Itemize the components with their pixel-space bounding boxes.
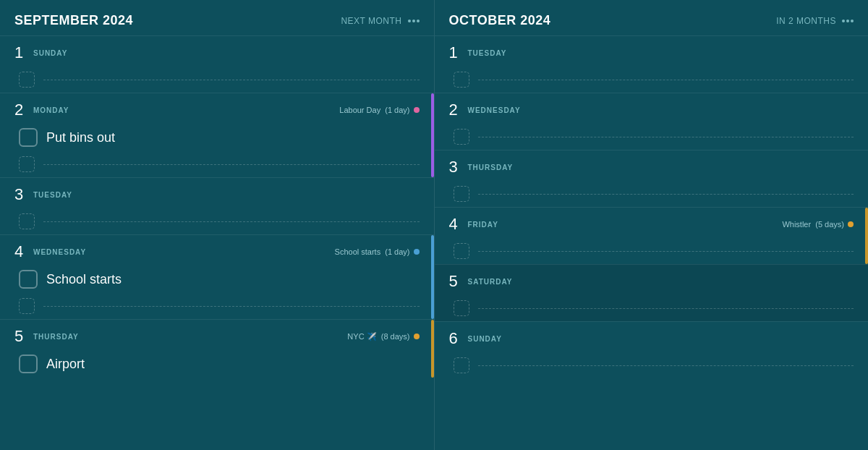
dots-icon [412, 20, 415, 22]
day-header: 3THURSDAY [435, 150, 869, 181]
day-name: THURSDAY [33, 333, 79, 341]
dots-icon [842, 20, 845, 22]
event-label: School starts (1 day) [335, 247, 420, 256]
right-dots-menu[interactable] [842, 20, 854, 22]
right-days-container: 1TUESDAY2WEDNESDAY3THURSDAY4FRIDAYWhistl… [435, 35, 869, 445]
day-number: 3 [449, 158, 464, 177]
task-checkbox-dashed[interactable] [454, 186, 469, 202]
task-row [435, 352, 869, 378]
event-label: Whistler (5 days) [782, 220, 854, 229]
day-header: 3TUESDAY [0, 178, 434, 208]
day-name: WEDNESDAY [468, 106, 521, 114]
day-block: 1SUNDAY [0, 35, 434, 93]
task-checkbox[interactable] [19, 355, 38, 373]
dots-icon [408, 20, 411, 22]
event-dot [848, 221, 854, 227]
day-name: FRIDAY [468, 221, 498, 229]
day-name: TUESDAY [468, 49, 507, 57]
task-empty-line [43, 164, 420, 165]
task-row: Put bins out [0, 124, 434, 151]
day-accent-bar [431, 320, 434, 378]
task-checkbox-dashed[interactable] [454, 300, 469, 316]
task-checkbox-dashed[interactable] [454, 72, 469, 88]
day-block: 2MONDAYLabour Day (1 day)Put bins out [0, 93, 434, 177]
task-checkbox-dashed[interactable] [19, 213, 35, 229]
left-dots-menu[interactable] [408, 20, 420, 22]
right-nav-label: IN 2 MONTHS [776, 16, 836, 26]
day-number: 5 [449, 272, 464, 291]
day-block: 4WEDNESDAYSchool starts (1 day)School st… [0, 234, 434, 319]
task-checkbox[interactable] [19, 128, 38, 147]
event-label: NYC ✈️ (8 days) [347, 332, 419, 341]
event-text: Labour Day (1 day) [339, 106, 409, 114]
task-row [0, 293, 434, 319]
day-number: 4 [14, 242, 29, 261]
left-panel-nav[interactable]: NEXT MONTH [341, 16, 419, 26]
task-row [435, 124, 869, 150]
task-empty-line [43, 80, 420, 80]
day-block: 3THURSDAY [435, 150, 869, 207]
day-number: 3 [14, 185, 29, 204]
event-text: Whistler (5 days) [782, 220, 844, 229]
day-name: SUNDAY [468, 335, 502, 343]
task-row [435, 67, 869, 93]
event-text: School starts (1 day) [335, 247, 410, 256]
right-panel-header: OCTOBER 2024 IN 2 MONTHS [435, 0, 869, 35]
day-name: THURSDAY [468, 164, 514, 171]
dots-icon [846, 20, 849, 22]
event-dot [414, 334, 420, 339]
task-checkbox-dashed[interactable] [454, 129, 469, 145]
day-name: SATURDAY [468, 278, 513, 286]
task-checkbox-dashed[interactable] [19, 156, 35, 172]
task-checkbox-dashed[interactable] [454, 357, 469, 373]
event-dot [414, 249, 420, 255]
day-number: 6 [449, 329, 464, 348]
day-accent-bar [431, 235, 434, 319]
event-label: Labour Day (1 day) [339, 106, 419, 114]
day-name: MONDAY [33, 106, 69, 114]
day-block: 2WEDNESDAY [435, 93, 869, 150]
day-header: 6SUNDAY [435, 322, 869, 352]
day-number: 2 [449, 101, 464, 119]
task-empty-line [478, 251, 854, 252]
task-empty-line [478, 365, 854, 366]
task-row [0, 208, 434, 234]
day-header: 1SUNDAY [0, 36, 434, 67]
day-number: 2 [14, 101, 29, 119]
left-nav-label: NEXT MONTH [341, 16, 401, 26]
day-header: 4WEDNESDAYSchool starts (1 day) [0, 235, 434, 266]
left-panel-header: SEPTEMBER 2024 NEXT MONTH [0, 0, 434, 35]
day-name: TUESDAY [33, 191, 72, 199]
day-header: 4FRIDAYWhistler (5 days) [435, 208, 869, 238]
day-block: 5THURSDAYNYC ✈️ (8 days)Airport [0, 319, 434, 378]
task-row [435, 295, 869, 321]
left-panel-title: SEPTEMBER 2024 [14, 13, 133, 28]
right-panel-title: OCTOBER 2024 [449, 13, 551, 28]
day-block: 4FRIDAYWhistler (5 days) [435, 207, 869, 264]
day-number: 1 [14, 43, 29, 62]
task-row [435, 238, 869, 264]
task-checkbox-dashed[interactable] [19, 298, 35, 314]
day-header: 2MONDAYLabour Day (1 day) [0, 93, 434, 124]
day-block: 5SATURDAY [435, 264, 869, 321]
dots-icon [417, 20, 420, 22]
task-row [0, 151, 434, 177]
day-accent-bar [431, 93, 434, 177]
task-checkbox-dashed[interactable] [19, 72, 35, 88]
right-panel-nav[interactable]: IN 2 MONTHS [776, 16, 854, 26]
day-name: SUNDAY [33, 49, 67, 57]
day-header: 5SATURDAY [435, 265, 869, 295]
left-calendar-panel: SEPTEMBER 2024 NEXT MONTH 1SUNDAY2MONDAY… [0, 0, 434, 450]
day-number: 4 [449, 215, 464, 234]
task-row: Airport [0, 350, 434, 378]
task-checkbox-dashed[interactable] [454, 243, 469, 259]
day-name: WEDNESDAY [33, 248, 86, 256]
day-accent-bar [865, 208, 868, 264]
event-dot [414, 107, 420, 113]
task-text: School starts [46, 272, 122, 287]
task-empty-line [478, 308, 854, 309]
task-row [0, 67, 434, 93]
right-calendar-panel: OCTOBER 2024 IN 2 MONTHS 1TUESDAY2WEDNES… [435, 0, 869, 450]
task-text: Put bins out [46, 130, 115, 145]
task-checkbox[interactable] [19, 270, 38, 289]
